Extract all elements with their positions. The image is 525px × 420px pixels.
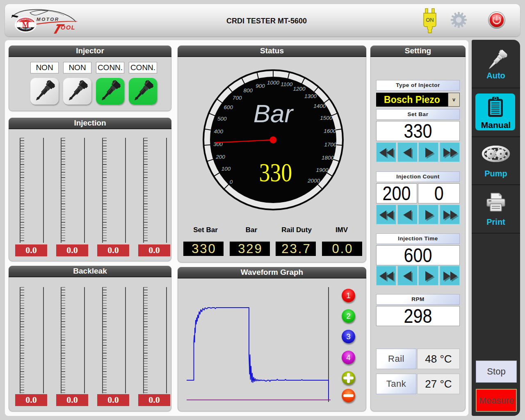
svg-text:700: 700 [233, 95, 242, 101]
svg-text:1100: 1100 [281, 81, 293, 87]
svg-text:1200: 1200 [293, 86, 306, 92]
svg-text:1600: 1600 [324, 128, 336, 134]
svg-text:1000: 1000 [267, 80, 280, 86]
svg-text:0: 0 [230, 179, 233, 185]
svg-text:1900: 1900 [316, 167, 329, 173]
svg-text:1300: 1300 [304, 93, 317, 99]
svg-text:2000: 2000 [307, 178, 320, 184]
svg-text:1400: 1400 [313, 103, 326, 109]
svg-text:200: 200 [215, 154, 225, 160]
svg-text:600: 600 [224, 104, 233, 110]
svg-text:500: 500 [217, 116, 227, 122]
svg-text:900: 900 [256, 83, 265, 89]
svg-text:1700: 1700 [324, 142, 337, 148]
svg-text:1800: 1800 [322, 155, 334, 161]
svg-text:Bar: Bar [253, 99, 294, 128]
svg-text:800: 800 [243, 87, 253, 94]
svg-text:1500: 1500 [320, 115, 333, 121]
svg-text:100: 100 [221, 166, 231, 172]
svg-text:400: 400 [214, 128, 223, 135]
svg-text:330: 330 [259, 158, 292, 187]
